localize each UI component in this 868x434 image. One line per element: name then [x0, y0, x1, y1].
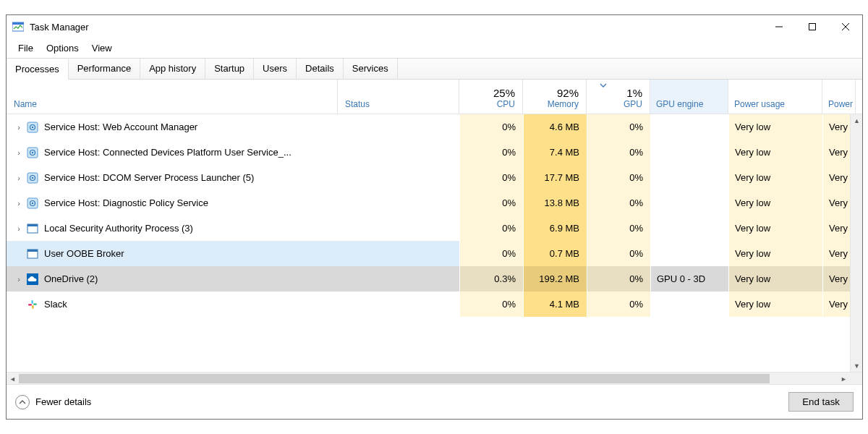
table-row[interactable]: ›Service Host: Diagnostic Policy Service…: [7, 190, 862, 216]
svg-rect-27: [28, 304, 32, 305]
column-gpu[interactable]: 1%GPU: [587, 80, 650, 114]
tab-services[interactable]: Services: [344, 59, 398, 79]
process-icon: [27, 147, 38, 158]
table-row[interactable]: Slack0%4.1 MB0%Very lowVery: [7, 292, 862, 317]
column-gpu-engine[interactable]: GPU engine: [650, 80, 728, 114]
cell-power: Very low: [728, 114, 822, 140]
table-header: Name Status 25%CPU 92%Memory 1%GPU GPU e…: [7, 80, 862, 114]
table-row[interactable]: ›Service Host: Web Account Manager0%4.6 …: [7, 114, 862, 140]
scroll-down-arrow[interactable]: ▼: [851, 359, 862, 372]
expand-icon[interactable]: ›: [14, 174, 24, 182]
cell-memory: 7.4 MB: [523, 140, 587, 165]
cell-status: [338, 190, 459, 216]
table-row[interactable]: ›Local Security Authority Process (3)0%6…: [7, 216, 862, 241]
cell-status: [338, 140, 459, 165]
column-cpu[interactable]: 25%CPU: [459, 80, 523, 114]
cell-gpu-engine: [650, 165, 728, 190]
window-title: Task Manager: [30, 22, 89, 33]
process-name: OneDrive (2): [44, 273, 98, 284]
expand-icon[interactable]: ›: [14, 148, 24, 157]
cell-gpu-engine: GPU 0 - 3D: [650, 266, 728, 292]
cell-cpu: 0%: [459, 292, 523, 317]
column-memory[interactable]: 92%Memory: [523, 80, 587, 114]
cell-cpu: 0%: [459, 114, 523, 140]
cell-memory: 13.8 MB: [523, 190, 587, 216]
close-button[interactable]: [829, 15, 862, 38]
scroll-thumb[interactable]: [19, 374, 770, 383]
cell-cpu: 0%: [459, 216, 523, 241]
window-controls: [762, 15, 862, 38]
cell-status: [338, 266, 459, 292]
footer: Fewer details End task: [7, 384, 862, 419]
cell-status: [338, 114, 459, 140]
menu-options[interactable]: Options: [41, 41, 85, 55]
cell-power: Very low: [728, 266, 822, 292]
scroll-right-arrow[interactable]: ►: [838, 373, 850, 384]
process-icon: [27, 248, 38, 260]
svg-rect-25: [33, 303, 37, 305]
chevron-up-icon: [15, 395, 30, 409]
cell-gpu: 0%: [587, 266, 650, 292]
task-manager-window: Task Manager File Options View Processes…: [6, 14, 863, 420]
cell-gpu: 0%: [587, 114, 650, 140]
tab-processes[interactable]: Processes: [7, 59, 69, 80]
horizontal-scrollbar[interactable]: ◄ ►: [7, 372, 862, 384]
process-name: Slack: [44, 299, 67, 310]
process-icon: [27, 172, 38, 184]
cell-memory: 4.6 MB: [523, 114, 587, 140]
expand-icon[interactable]: ›: [14, 224, 24, 233]
menu-view[interactable]: View: [86, 41, 118, 55]
table-row[interactable]: User OOBE Broker0%0.7 MB0%Very lowVery: [7, 241, 862, 266]
cell-memory: 6.9 MB: [523, 216, 587, 241]
cell-status: [338, 216, 459, 241]
cell-cpu: 0%: [459, 165, 523, 190]
expand-icon[interactable]: ›: [14, 199, 24, 208]
svg-rect-19: [27, 224, 38, 226]
column-status[interactable]: Status: [338, 80, 459, 114]
cell-cpu: 0%: [459, 140, 523, 165]
expand-icon[interactable]: ›: [14, 275, 24, 284]
cell-cpu: 0%: [459, 241, 523, 266]
end-task-button[interactable]: End task: [788, 392, 854, 412]
menubar: File Options View: [7, 38, 862, 58]
process-icon: [27, 197, 38, 209]
process-name: Service Host: DCOM Server Process Launch…: [44, 172, 254, 183]
cell-gpu-engine: [650, 292, 728, 317]
tab-bar: Processes Performance App history Startu…: [7, 58, 862, 80]
table-row[interactable]: ›Service Host: Connected Devices Platfor…: [7, 140, 862, 165]
column-power-usage[interactable]: Power usage: [728, 80, 822, 114]
svg-point-11: [32, 151, 33, 153]
cell-cpu: 0%: [459, 190, 523, 216]
tab-users[interactable]: Users: [254, 59, 297, 79]
cell-memory: 4.1 MB: [523, 292, 587, 317]
process-icon: [27, 273, 38, 285]
vertical-scrollbar[interactable]: ▲ ▼: [850, 114, 862, 372]
tab-app-history[interactable]: App history: [140, 59, 205, 79]
titlebar: Task Manager: [7, 15, 862, 38]
minimize-button[interactable]: [762, 15, 796, 38]
maximize-button[interactable]: [796, 15, 829, 38]
cell-gpu: 0%: [587, 165, 650, 190]
cell-gpu-engine: [650, 114, 728, 140]
process-table: Name Status 25%CPU 92%Memory 1%GPU GPU e…: [7, 80, 862, 384]
scroll-up-arrow[interactable]: ▲: [851, 114, 862, 127]
table-row[interactable]: ›OneDrive (2)0.3%199.2 MB0%GPU 0 - 3DVer…: [7, 266, 862, 292]
column-name[interactable]: Name: [7, 80, 338, 114]
tab-startup[interactable]: Startup: [205, 59, 254, 79]
tab-details[interactable]: Details: [297, 59, 344, 79]
cell-power: Very low: [728, 216, 822, 241]
expand-icon[interactable]: ›: [14, 123, 24, 132]
cell-gpu-engine: [650, 190, 728, 216]
menu-file[interactable]: File: [12, 41, 39, 55]
cell-memory: 0.7 MB: [523, 241, 587, 266]
scroll-left-arrow[interactable]: ◄: [7, 373, 19, 384]
table-row[interactable]: ›Service Host: DCOM Server Process Launc…: [7, 165, 862, 190]
cell-gpu-engine: [650, 241, 728, 266]
cell-gpu: 0%: [587, 190, 650, 216]
fewer-details-toggle[interactable]: Fewer details: [15, 395, 91, 409]
process-name: Service Host: Diagnostic Policy Service: [44, 197, 208, 208]
tab-performance[interactable]: Performance: [69, 59, 140, 79]
column-power-trend[interactable]: Power u: [822, 80, 856, 114]
cell-cpu: 0.3%: [459, 266, 523, 292]
chevron-down-icon: [600, 83, 607, 88]
